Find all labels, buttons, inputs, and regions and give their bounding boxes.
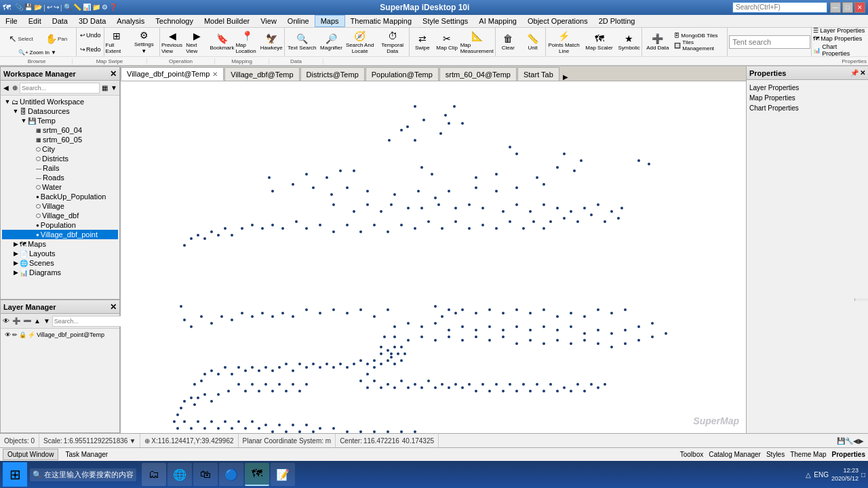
taskbar-edge[interactable]: 🌐	[167, 463, 192, 486]
task-manager-tab[interactable]: Task Manager	[61, 449, 112, 460]
props-pin-button[interactable]: 📌	[850, 69, 859, 77]
tree-item-water[interactable]: ⬡ Water	[2, 182, 118, 192]
taskbar-word[interactable]: 📝	[271, 463, 295, 486]
properties-tab[interactable]: Properties	[832, 451, 865, 458]
menu-item-technology[interactable]: Technology	[150, 15, 199, 28]
nextview-button[interactable]: ▶ Next View	[185, 30, 209, 54]
tree-item-backup[interactable]: ● BackUp_Population	[2, 192, 118, 201]
menu-item-maps[interactable]: Maps	[315, 15, 345, 28]
title-search-input[interactable]	[732, 2, 827, 13]
analysis-tb-icon[interactable]: 📊	[83, 3, 91, 11]
tab0-close[interactable]: ✕	[212, 70, 218, 78]
taskbar-store[interactable]: 🛍	[193, 463, 218, 486]
taskbar-supermap[interactable]: 🗺	[245, 463, 269, 486]
menu-item-3ddata[interactable]: 3D Data	[73, 15, 111, 28]
tree-item-diagrams[interactable]: ▶ 📊 Diagrams	[2, 268, 118, 277]
mapclip-button[interactable]: ✂ Map Clip	[435, 30, 458, 54]
layer-tool-eye[interactable]: 👁	[2, 315, 10, 327]
magnifier-button[interactable]: 🔎 Magnifier	[319, 30, 343, 54]
tree-item-maps[interactable]: ▶ 🗺 Maps	[2, 239, 118, 249]
layer-tool-del[interactable]: ➖	[22, 315, 32, 327]
layer-tool-up[interactable]: ▲	[33, 315, 41, 327]
tree-item-layouts[interactable]: ▶ 📄 Layouts	[2, 249, 118, 258]
layer-tool-down[interactable]: ▼	[43, 315, 51, 327]
taskbar-chrome[interactable]: 🔵	[219, 463, 243, 486]
save-icon[interactable]: 💾	[24, 3, 33, 11]
menu-item-modelbuilder[interactable]: Model Builder	[199, 15, 255, 28]
maximize-button[interactable]: □	[842, 2, 853, 13]
tray-up-arrow[interactable]: △	[806, 471, 811, 479]
menu-item-view[interactable]: View	[255, 15, 282, 28]
redo-tb-icon[interactable]: ↪	[54, 3, 59, 11]
undo-tb-icon[interactable]: ↩	[47, 3, 52, 11]
tab-village-dbf[interactable]: Village_dbf@Temp	[224, 67, 299, 81]
menu-item-2dplotting[interactable]: 2D Plotting	[593, 15, 641, 28]
redo-button[interactable]: ↪Redo	[80, 46, 101, 53]
styles-tab[interactable]: Styles	[766, 451, 785, 458]
output-window-tab[interactable]: Output Window	[3, 449, 58, 460]
prop-chartprops[interactable]: Chart Properties	[749, 103, 865, 113]
mapscaler-button[interactable]: 🗺 Map Scaler	[582, 30, 616, 54]
taskbar-file-explorer[interactable]: 🗂	[142, 463, 166, 486]
tree-item-districts[interactable]: ⬡ Districts	[2, 154, 118, 163]
layer-item-village[interactable]: 👁 ✏ 🔒 ⚡ Village_dbf_point@Temp	[2, 330, 118, 340]
tree-item-srtm60_05[interactable]: ▦ srtm_60_05	[2, 135, 118, 144]
tree-item-temp[interactable]: ▼ 💾 Temp	[2, 116, 118, 125]
tent-search-input[interactable]	[729, 35, 810, 49]
clear-button[interactable]: 🗑 Clear	[496, 30, 520, 54]
tab-districts[interactable]: Districts@Temp	[300, 67, 365, 81]
previousview-button[interactable]: ◀ Previous View	[161, 30, 184, 54]
measure-tb-icon[interactable]: 📏	[73, 3, 81, 11]
ws-tool4[interactable]: ▼	[110, 82, 118, 94]
undo-button[interactable]: ↩Undo	[80, 32, 101, 39]
taskbar-search[interactable]: 🔍 在这里输入你要搜索的内容	[30, 468, 136, 481]
symbolic-button[interactable]: ★ Symbolic	[617, 30, 641, 54]
ws-tool3[interactable]: ▦	[101, 82, 108, 94]
tab-population[interactable]: Population@Temp	[366, 67, 439, 81]
tab-start[interactable]: Start Tab	[517, 67, 559, 81]
ws-tool2[interactable]: ⊕	[11, 82, 18, 94]
tree-item-scenes[interactable]: ▶ 🌐 Scenes	[2, 258, 118, 268]
layer-tool-add[interactable]: ➕	[12, 315, 21, 327]
mapprops-button[interactable]: 🗺Map Properties	[813, 35, 865, 42]
chartprops-button[interactable]: 📊Chart Properties	[813, 43, 865, 57]
help-tb-icon[interactable]: ❓	[109, 3, 117, 11]
layerprops-button[interactable]: ☰Layer Properties	[813, 28, 865, 34]
settings-tb-icon[interactable]: ⚙	[102, 3, 108, 11]
textsearch-button[interactable]: 🔍 Text Search	[285, 30, 319, 54]
layer-manager-header[interactable]: Layer Manager ✕	[1, 300, 119, 314]
minimize-button[interactable]: —	[830, 2, 841, 13]
bookmark-button[interactable]: 🔖 Bookmark	[210, 30, 234, 54]
workspace-search-input[interactable]	[20, 83, 100, 94]
start-button[interactable]: ⊞	[3, 462, 27, 487]
tray-notification[interactable]: □	[861, 471, 865, 479]
temporaldata-button[interactable]: ⏱ Temporal Data	[376, 30, 408, 54]
zoomin-row[interactable]: 🔍+Zoom In ▼	[18, 49, 59, 56]
prop-mapprops[interactable]: Map Properties	[749, 93, 865, 103]
thememap-tab[interactable]: Theme Map	[790, 451, 826, 458]
tree-item-city[interactable]: ⬡ City	[2, 144, 118, 154]
mapmeasure-button[interactable]: 📐 Map Measurement	[460, 30, 494, 54]
workspace-manager-header[interactable]: Workspace Manager ✕	[1, 67, 119, 81]
map-canvas[interactable]: SuperMap	[121, 81, 746, 433]
tree-item-population[interactable]: ● Population	[2, 220, 118, 230]
tab-srtm60[interactable]: srtm_60_04@Temp	[439, 67, 517, 81]
menu-item-objectoperations[interactable]: Object Operations	[522, 15, 593, 28]
mongotiles-button[interactable]: 🗄MongoDB Tiles	[674, 33, 726, 39]
quick-access-icon[interactable]: 📎	[15, 3, 23, 11]
menu-item-file[interactable]: File	[0, 15, 23, 28]
ws-tool1[interactable]: ◀	[2, 82, 9, 94]
status-icons[interactable]: 💾🔧◀▶	[833, 434, 868, 448]
unit-button[interactable]: 📏 Unit	[521, 30, 545, 54]
menu-item-aimapping[interactable]: AI Mapping	[473, 15, 522, 28]
tree-item-workspace[interactable]: ▼ 🗂 Untitled Workspace	[2, 97, 118, 106]
catalog-tab[interactable]: Catalog Manager	[709, 451, 761, 458]
props-close-button[interactable]: ✕	[860, 69, 865, 77]
prop-layerprops[interactable]: Layer Properties	[749, 83, 865, 93]
swipe-button[interactable]: ⇄ Swipe	[410, 30, 434, 54]
close-button[interactable]: ✕	[854, 2, 865, 13]
pan-button[interactable]: ✋ Pan	[39, 28, 73, 49]
folder-tb-icon[interactable]: 📁	[92, 3, 100, 11]
tree-item-village-dbf[interactable]: ⬡ Village_dbf	[2, 211, 118, 220]
adddata-button[interactable]: ➕ Add Data	[643, 30, 672, 54]
